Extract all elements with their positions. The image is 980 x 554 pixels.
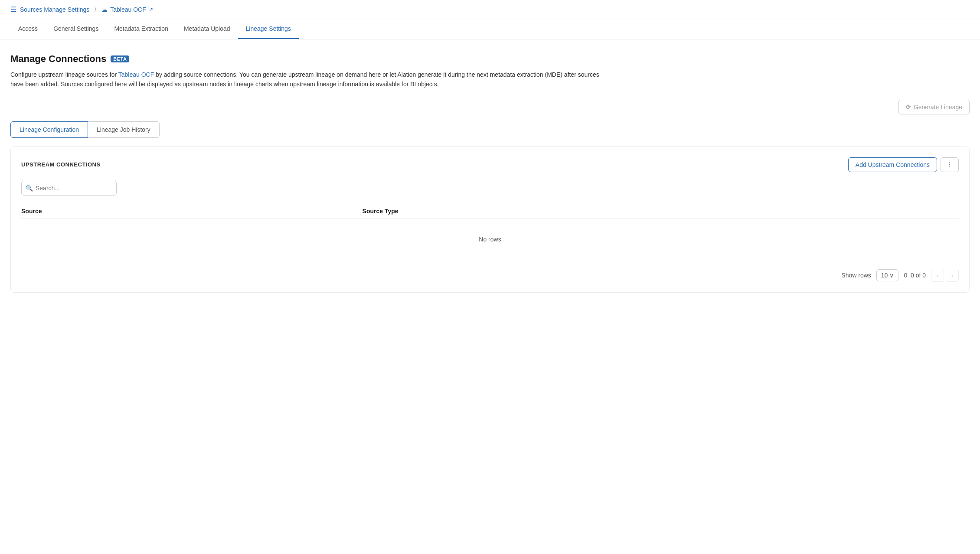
sources-manage-settings-link[interactable]: Sources Manage Settings (20, 6, 89, 13)
search-icon: 🔍 (26, 185, 33, 192)
no-rows-message: No rows (21, 218, 959, 260)
actions-bar: ⟳ Generate Lineage (10, 100, 970, 114)
upstream-connections-header: UPSTREAM CONNECTIONS Add Upstream Connec… (21, 157, 959, 172)
page-description: Configure upstream lineage sources for T… (10, 70, 609, 89)
page-content: Manage Connections BETA Configure upstre… (0, 39, 980, 306)
column-source-type: Source Type (363, 204, 959, 218)
tab-metadata-extraction[interactable]: Metadata Extraction (106, 19, 176, 39)
description-prefix: Configure upstream lineage sources for (10, 71, 118, 78)
tab-lineage-job-history[interactable]: Lineage Job History (88, 121, 160, 138)
generate-lineage-button[interactable]: ⟳ Generate Lineage (898, 100, 970, 114)
page-title: Manage Connections (10, 53, 106, 65)
nav-tabs: Access General Settings Metadata Extract… (0, 19, 980, 39)
tableau-ocf-link[interactable]: Tableau OCF (118, 71, 154, 78)
current-source-label: Tableau OCF (110, 6, 146, 13)
show-rows-label: Show rows (841, 272, 871, 279)
pagination: Show rows 10 ∨ 0–0 of 0 ‹ › (21, 269, 959, 282)
more-options-button[interactable]: ⋮ (941, 157, 959, 172)
search-input[interactable] (21, 181, 117, 196)
next-page-icon: › (951, 272, 954, 279)
table-body: No rows (21, 218, 959, 260)
rows-per-page-selector[interactable]: 10 ∨ (876, 269, 899, 281)
breadcrumb: ☰ Sources Manage Settings / ☁ Tableau OC… (0, 0, 980, 19)
generate-lineage-icon: ⟳ (906, 104, 911, 111)
rows-range-text: 0–0 of 0 (904, 272, 926, 279)
current-source-link[interactable]: ☁ Tableau OCF ↗ (101, 6, 153, 13)
breadcrumb-separator: / (95, 6, 96, 13)
tab-metadata-upload[interactable]: Metadata Upload (176, 19, 238, 39)
next-page-button[interactable]: › (946, 269, 959, 282)
prev-page-icon: ‹ (937, 272, 939, 279)
more-options-icon: ⋮ (946, 161, 953, 168)
column-source: Source (21, 204, 363, 218)
tab-access[interactable]: Access (10, 19, 46, 39)
generate-lineage-label: Generate Lineage (914, 104, 962, 111)
external-link-icon: ↗ (149, 7, 153, 13)
tab-lineage-configuration[interactable]: Lineage Configuration (10, 121, 88, 138)
pagination-nav: ‹ › (931, 269, 959, 282)
tab-general-settings[interactable]: General Settings (46, 19, 106, 39)
upstream-connections-panel: UPSTREAM CONNECTIONS Add Upstream Connec… (10, 147, 970, 293)
prev-page-button[interactable]: ‹ (931, 269, 944, 282)
sub-tabs: Lineage Configuration Lineage Job Histor… (10, 121, 970, 138)
manage-connections-header: Manage Connections BETA (10, 53, 970, 65)
upstream-actions: Add Upstream Connections ⋮ (848, 157, 959, 172)
upstream-connections-title: UPSTREAM CONNECTIONS (21, 161, 101, 168)
home-icon: ☰ (10, 5, 16, 13)
cloud-icon: ☁ (101, 6, 108, 13)
search-wrapper: 🔍 (21, 181, 117, 196)
no-rows-row: No rows (21, 218, 959, 260)
upstream-connections-table: Source Source Type No rows (21, 204, 959, 260)
beta-badge: BETA (111, 55, 129, 62)
tab-lineage-settings[interactable]: Lineage Settings (238, 19, 299, 39)
rows-chevron-icon: ∨ (889, 272, 894, 279)
table-header: Source Source Type (21, 204, 959, 218)
add-upstream-connections-button[interactable]: Add Upstream Connections (848, 157, 937, 172)
rows-per-page-value: 10 (881, 272, 888, 279)
